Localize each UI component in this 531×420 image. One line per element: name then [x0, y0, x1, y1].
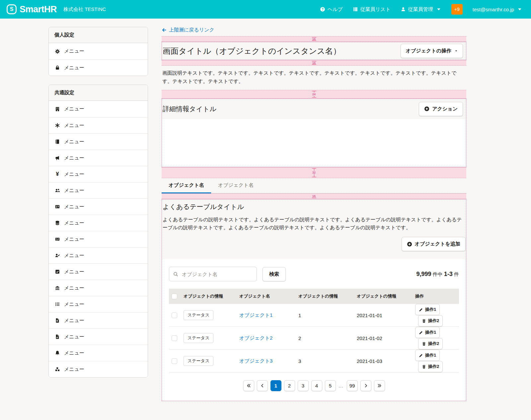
spacing-annotation-32: 32 [162, 167, 466, 178]
sidebar-menu-item[interactable]: メニュー [49, 312, 148, 328]
object-info-cell: 3 [296, 350, 354, 373]
back-link[interactable]: 上階層に戻るリンク [162, 27, 214, 33]
chevron-right-icon [364, 384, 368, 388]
table-section-description: よくあるテーブルの説明テキストです。よくあるテーブルの説明テキストです。よくある… [162, 211, 466, 232]
sidebar-menu-item[interactable]: メニュー [49, 43, 148, 59]
sidebar-menu-item[interactable]: メニュー [49, 247, 148, 263]
page-button-1[interactable]: 1 [270, 380, 281, 391]
object-link[interactable]: オブジェクト3 [239, 358, 272, 364]
first-page-button[interactable] [243, 380, 254, 391]
column-header: オブジェクトの情報 [181, 289, 237, 304]
row-checkbox[interactable] [172, 358, 177, 364]
page-button-4[interactable]: 4 [311, 380, 322, 391]
sidebar-menu-item-label: メニュー [64, 155, 84, 161]
chevron-left-icon [260, 384, 265, 388]
back-link-label: 上階層に戻るリンク [169, 27, 214, 33]
page-title-block: 画面タイトル（オブジェクトのインスタンス名） オブジェクトの操作 [162, 42, 466, 60]
table-header-row: オブジェクトの情報 オブジェクト名 オブジェクトの情報 オブジェクトの情報 操作 [169, 289, 459, 304]
status-badge: ステータス [184, 333, 213, 343]
sidebar-menu-item[interactable]: メニュー [49, 296, 148, 312]
sidebar-menu-item[interactable]: メニュー [49, 361, 148, 377]
notification-badge[interactable]: +9 [451, 4, 463, 15]
employee-admin-dropdown[interactable]: 従業員管理 [401, 6, 441, 13]
page-button-5[interactable]: 5 [325, 380, 336, 391]
sidebar-menu-item-label: メニュー [64, 252, 84, 259]
row-action-button[interactable]: 操作1 [415, 304, 440, 315]
sidebar-menu-item[interactable]: メニュー [49, 328, 148, 345]
sidebar-menu-item-label: メニュー [64, 139, 84, 145]
sidebar-menu-item[interactable]: メニュー [49, 198, 148, 215]
trash-icon [422, 342, 426, 346]
action-button[interactable]: アクション [419, 102, 463, 116]
row-action-button[interactable]: 操作1 [415, 350, 440, 361]
caret-down-icon [455, 49, 458, 52]
sidebar-section-items: メニュー メニュー [49, 43, 148, 76]
page-button-3[interactable]: 3 [298, 380, 309, 391]
trash-icon [422, 319, 426, 323]
result-range: 1-3 [444, 271, 453, 277]
sidebar-menu-item[interactable]: メニュー [49, 101, 148, 117]
search-button[interactable]: 検索 [263, 267, 286, 281]
prev-page-button[interactable] [257, 380, 268, 391]
sidebar-menu-item-label: メニュー [64, 106, 84, 112]
help-link[interactable]: ヘルプ [320, 6, 343, 13]
sidebar-section-title: 個人設定 [49, 27, 148, 43]
tab-object-2[interactable]: オブジェクト名 [211, 178, 261, 193]
tab-object-1[interactable]: オブジェクト名 [162, 178, 211, 193]
add-object-button[interactable]: オブジェクトを追加 [402, 237, 466, 251]
sidebar-menu-item[interactable]: ¥ メニュー [49, 166, 148, 182]
status-badge: ステータス [184, 356, 213, 366]
sidebar-menu-item[interactable]: メニュー [49, 59, 148, 76]
object-link[interactable]: オブジェクト2 [239, 335, 272, 341]
row-action-button[interactable]: 操作2 [418, 315, 443, 326]
row-action-button[interactable]: 操作1 [415, 327, 440, 338]
row-checkbox[interactable] [172, 313, 177, 318]
tab-bar: オブジェクト名 オブジェクト名 [162, 178, 466, 193]
search-input[interactable] [169, 267, 257, 281]
account-dropdown[interactable]: test@smarthr.co.jp [473, 7, 522, 12]
sidebar-menu-item[interactable]: メニュー [49, 117, 148, 133]
sidebar-menu-item-label: メニュー [64, 171, 84, 177]
sidebar-menu-item[interactable]: メニュー [49, 345, 148, 361]
object-date-cell: 2021-01-01 [354, 304, 413, 327]
sidebar-section: 個人設定 メニュー メニュー [48, 27, 148, 76]
row-checkbox[interactable] [172, 335, 177, 341]
caret-down-icon [517, 7, 522, 12]
sidebar-menu-item[interactable]: メニュー [49, 231, 148, 247]
search-field[interactable] [181, 271, 253, 277]
sidebar-menu-item[interactable]: メニュー [49, 280, 148, 296]
object-link[interactable]: オブジェクト1 [239, 312, 272, 318]
bell-icon [54, 350, 60, 356]
detail-section-body [162, 119, 466, 167]
last-page-button[interactable] [374, 380, 385, 391]
next-page-button[interactable] [360, 380, 371, 391]
sidebar-menu-item[interactable]: メニュー [49, 182, 148, 198]
sidebar-menu-item[interactable]: メニュー [49, 133, 148, 150]
sidebar-section-title: 共通設定 [49, 85, 148, 101]
smarthr-logo[interactable]: S SmartHR [7, 4, 57, 15]
row-action-button[interactable]: 操作2 [418, 338, 443, 349]
sidebar-menu-item[interactable]: メニュー [49, 215, 148, 231]
employee-list-link[interactable]: 従業員リスト [353, 6, 391, 13]
page-button-99[interactable]: 99 [347, 380, 358, 391]
sidebar-menu-item[interactable]: メニュー [49, 150, 148, 166]
row-action-button[interactable]: 操作2 [418, 361, 443, 372]
page-body: 個人設定 メニュー メニュー 共通設定 メニュー メニュー メニュー メニュー … [0, 19, 531, 420]
sidebar-menu-item-label: メニュー [64, 366, 84, 373]
page-button-2[interactable]: 2 [284, 380, 295, 391]
database-icon [54, 220, 60, 226]
chevrons-right-icon [377, 384, 382, 388]
sidebar-menu-item[interactable]: メニュー [49, 263, 148, 280]
result-range-unit: 件 [454, 271, 459, 277]
sidebar-section-items: メニュー メニュー メニュー メニュー ¥ メニュー メニュー メニュー メニュ… [49, 101, 148, 377]
select-all-checkbox[interactable] [172, 294, 177, 299]
question-circle-icon [320, 7, 325, 12]
object-actions-dropdown-button[interactable]: オブジェクトの操作 [401, 44, 463, 58]
result-count-unit: 件中 [433, 271, 443, 277]
pagination: 12345…99 [169, 373, 459, 395]
trash-icon [422, 365, 426, 369]
row-action-label: 操作2 [428, 341, 439, 347]
object-info-cell: 1 [296, 304, 354, 327]
table-card: 検索 9,999 件中 1-3 件 オブジェクトの情報 オブジェクト名 [162, 259, 466, 401]
sidebar-menu-item-label: メニュー [64, 65, 84, 71]
